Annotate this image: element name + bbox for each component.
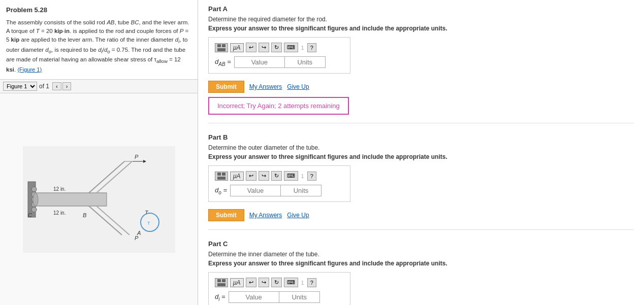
part-c-instruction: Determine the inner diameter of the tube… [208,251,634,258]
part-a-layout-icon[interactable] [215,43,228,52]
part-a-my-answers-btn[interactable]: My Answers [249,83,282,90]
part-c-help-btn[interactable]: ? [307,278,316,287]
part-a-help-btn[interactable]: ? [307,43,316,52]
part-c-refresh-btn[interactable]: ↻ [271,278,282,287]
part-a-mu-btn[interactable]: μA [230,43,244,52]
part-c-undo-btn[interactable]: ↩ [246,278,256,287]
right-panel: Part A Determine the required diameter f… [198,0,644,305]
part-a-answer-box: μA ↩ ↪ ↻ ⌨ 1 ? dAB = [208,37,350,74]
svg-rect-34 [222,279,226,282]
part-c-label: Part C [208,240,634,248]
svg-rect-29 [217,48,226,51]
figure-area: P P B C A T T 12 in. 12 in. [0,93,198,305]
svg-rect-32 [217,177,226,180]
part-b-refresh-btn[interactable]: ↻ [271,171,282,181]
svg-rect-33 [217,279,221,282]
part-b-instruction: Determine the outer diameter of the tube… [208,144,634,151]
figure-of-label: of 1 [39,83,49,90]
part-b-keyboard-btn[interactable]: ⌨ [284,171,298,181]
figure-select[interactable]: Figure 1 [3,82,37,91]
svg-rect-31 [222,173,226,176]
part-b-mu-btn[interactable]: μA [230,172,244,181]
svg-rect-30 [217,173,221,176]
part-c-toolbar: μA ↩ ↪ ↻ ⌨ 1 ? [215,278,344,287]
part-b-undo-btn[interactable]: ↩ [246,171,256,181]
svg-text:C: C [28,212,32,218]
part-a-units-input[interactable] [285,56,326,68]
part-b-input-row: do = [215,185,344,196]
part-a-submit-btn[interactable]: Submit [208,81,244,93]
part-c-eq-label: di = [215,293,226,302]
svg-text:12 in.: 12 in. [53,210,66,216]
part-b-my-answers-btn[interactable]: My Answers [249,212,282,219]
part-b-express: Express your answer to three significant… [208,153,634,160]
part-b-answer-box: μA ↩ ↪ ↻ ⌨ 1 ? do = [208,165,350,202]
part-a-redo-btn[interactable]: ↪ [259,43,269,52]
svg-text:B: B [83,212,86,218]
part-b-help-btn[interactable]: ? [307,172,316,181]
problem-description: The assembly consists of the solid rod A… [6,18,191,75]
part-b-section: Part B Determine the outer diameter of t… [208,133,634,230]
part-b-eq-label: do = [215,186,227,195]
part-b-toolbar: μA ↩ ↪ ↻ ⌨ 1 ? [215,171,344,181]
figure-nav: Figure 1 of 1 ‹ › [0,80,198,93]
svg-rect-28 [222,44,226,47]
part-a-express: Express your answer to three significant… [208,25,634,32]
part-a-section: Part A Determine the required diameter f… [208,5,634,123]
part-c-index: 1 [301,280,304,286]
svg-text:T: T [147,221,150,226]
part-c-answer-box: μA ↩ ↪ ↻ ⌨ 1 ? di = [208,272,350,305]
part-b-give-up-btn[interactable]: Give Up [287,212,309,219]
figure-link[interactable]: (Figure 1) [17,66,42,73]
part-b-value-input[interactable] [230,185,281,196]
svg-text:12 in.: 12 in. [53,186,66,192]
part-c-layout-icon[interactable] [215,278,228,287]
figure-prev-btn[interactable]: ‹ [52,82,61,90]
part-a-refresh-btn[interactable]: ↻ [271,43,282,52]
part-a-value-input[interactable] [234,56,285,68]
part-c-redo-btn[interactable]: ↪ [259,278,269,287]
part-b-submit-btn[interactable]: Submit [208,209,244,221]
problem-text-area: Problem 5.28 The assembly consists of th… [0,0,198,80]
part-b-layout-icon[interactable] [215,172,228,181]
part-a-eq-label: dAB = [215,58,231,67]
part-a-label: Part A [208,5,634,13]
problem-title: Problem 5.28 [6,5,191,15]
part-a-input-row: dAB = [215,56,344,68]
part-a-feedback: Incorrect; Try Again; 2 attempts remaini… [208,97,349,115]
part-a-keyboard-btn[interactable]: ⌨ [284,43,298,52]
svg-point-2 [31,187,37,192]
part-c-units-input[interactable] [279,291,320,303]
figure-next-btn[interactable]: › [62,82,72,90]
part-a-index: 1 [301,45,304,51]
part-c-section: Part C Determine the inner diameter of t… [208,240,634,305]
part-c-express: Express your answer to three significant… [208,260,634,267]
svg-point-8 [33,193,38,206]
part-c-input-row: di = [215,291,344,303]
part-b-action-row: Submit My Answers Give Up [208,209,634,221]
svg-point-6 [31,207,37,212]
part-b-units-input[interactable] [281,185,321,196]
figure-svg: P P B C A T T 12 in. 12 in. [23,146,175,253]
part-a-give-up-btn[interactable]: Give Up [287,83,309,90]
svg-text:A: A [137,230,141,236]
part-a-instruction: Determine the required diameter for the … [208,16,634,23]
part-c-mu-btn[interactable]: μA [230,278,244,287]
part-b-label: Part B [208,133,634,141]
left-panel: Problem 5.28 The assembly consists of th… [0,0,198,305]
part-a-undo-btn[interactable]: ↩ [246,43,256,52]
part-c-keyboard-btn[interactable]: ⌨ [284,278,298,287]
svg-text:P: P [135,154,139,160]
svg-rect-35 [217,283,226,286]
part-b-redo-btn[interactable]: ↪ [259,171,269,181]
part-a-action-row: Submit My Answers Give Up [208,81,634,93]
part-b-index: 1 [301,173,304,179]
part-c-value-input[interactable] [229,291,279,303]
part-a-toolbar: μA ↩ ↪ ↻ ⌨ 1 ? [215,43,344,52]
svg-rect-7 [36,193,107,206]
svg-rect-27 [217,44,221,47]
